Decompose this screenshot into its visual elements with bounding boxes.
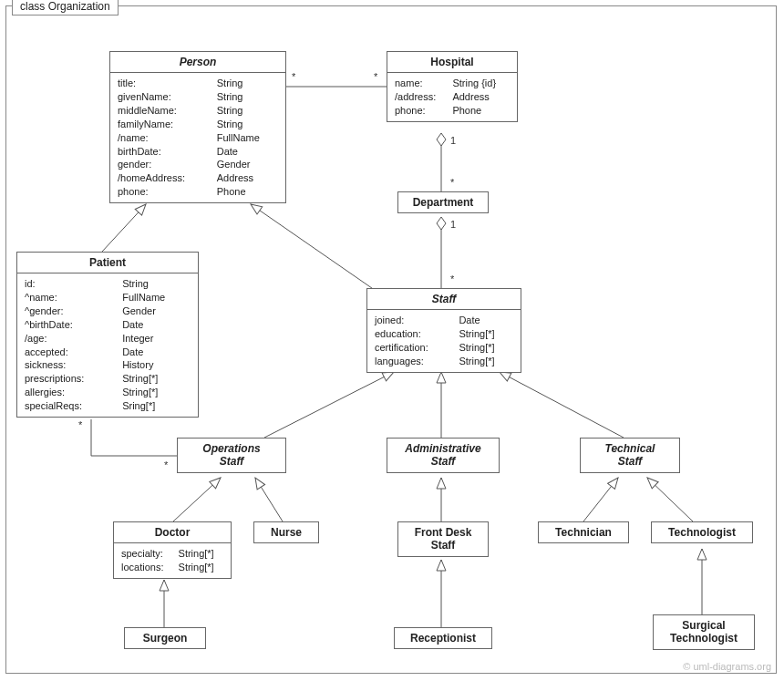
class-administrative-staff: Administrative Staff: [387, 438, 500, 473]
class-administrative-staff-name: Administrative Staff: [387, 439, 499, 472]
attribute-row: id:String: [23, 277, 192, 291]
attribute-row: languages:String[*]: [373, 355, 515, 368]
attribute-row: givenName:String: [116, 90, 280, 104]
class-surgical-technologist-name: Surgical Technologist: [654, 615, 754, 649]
mult-patient-ops-bottom: *: [164, 459, 168, 470]
mult-dept-staff-top: 1: [450, 219, 456, 230]
class-staff-name: Staff: [367, 289, 521, 310]
class-patient-attrs: id:String^name:FullName^gender:Gender^bi…: [23, 277, 192, 412]
attribute-row: locations:String[*]: [119, 561, 225, 574]
attribute-row: gender:Gender: [116, 158, 280, 171]
attribute-row: middleName:String: [116, 104, 280, 118]
class-nurse-name: Nurse: [254, 522, 318, 542]
class-hospital: Hospital name:String {id}/address:Addres…: [387, 51, 518, 122]
class-doctor: Doctor specialty:String[*]locations:Stri…: [113, 521, 232, 579]
attribute-row: ^gender:Gender: [23, 304, 192, 318]
mult-hosp-dept-bottom: *: [450, 177, 454, 188]
mult-hosp-dept-top: 1: [450, 135, 456, 146]
class-hospital-attrs: name:String {id}/address:Addressphone:Ph…: [393, 77, 511, 118]
attribute-row: joined:Date: [373, 314, 515, 327]
class-person: Person title:StringgivenName:Stringmiddl…: [109, 51, 286, 203]
class-department-name: Department: [398, 192, 488, 212]
class-doctor-name: Doctor: [114, 522, 231, 543]
attribute-row: birthDate:Date: [116, 145, 280, 159]
class-hospital-name: Hospital: [387, 52, 517, 73]
class-front-desk-staff: Front Desk Staff: [397, 521, 489, 557]
attribute-row: phone:Phone: [393, 104, 511, 118]
class-operations-staff: Operations Staff: [177, 438, 286, 473]
class-technologist: Technologist: [651, 521, 753, 543]
mult-dept-staff-bottom: *: [450, 273, 454, 284]
class-surgeon: Surgeon: [124, 627, 206, 649]
attribute-row: name:String {id}: [393, 77, 511, 90]
frame-title: class Organization: [12, 0, 119, 15]
class-patient-name: Patient: [17, 253, 198, 273]
class-technician: Technician: [538, 521, 629, 543]
diagram-canvas: class Organization: [0, 0, 784, 681]
class-surgeon-name: Surgeon: [125, 628, 205, 648]
attribute-row: certification:String[*]: [373, 341, 515, 355]
class-staff-attrs: joined:Dateeducation:String[*]certificat…: [373, 314, 515, 367]
class-patient: Patient id:String^name:FullName^gender:G…: [16, 252, 199, 418]
attribute-row: ^name:FullName: [23, 291, 192, 304]
attribute-row: specialReqs:Sring[*]: [23, 399, 192, 413]
class-operations-staff-name: Operations Staff: [178, 439, 285, 472]
attribute-row: ^birthDate:Date: [23, 318, 192, 332]
class-staff: Staff joined:Dateeducation:String[*]cert…: [366, 288, 521, 373]
attribute-row: /age:Integer: [23, 332, 192, 346]
attribute-row: familyName:String: [116, 118, 280, 131]
attribute-row: title:String: [116, 77, 280, 90]
attribute-row: /name:FullName: [116, 131, 280, 145]
class-person-attrs: title:StringgivenName:StringmiddleName:S…: [116, 77, 280, 199]
attribute-row: allergies:String[*]: [23, 386, 192, 399]
attribute-row: specialty:String[*]: [119, 547, 225, 561]
class-technical-staff: Technical Staff: [580, 438, 680, 473]
class-surgical-technologist: Surgical Technologist: [653, 614, 755, 650]
attribute-row: /homeAddress:Address: [116, 171, 280, 185]
attribute-row: phone:Phone: [116, 185, 280, 199]
class-department: Department: [397, 191, 489, 213]
class-nurse: Nurse: [253, 521, 319, 543]
attribute-row: prescriptions:String[*]: [23, 372, 192, 386]
class-technologist-name: Technologist: [652, 522, 752, 542]
attribute-row: accepted:Date: [23, 346, 192, 359]
attribute-row: education:String[*]: [373, 327, 515, 341]
mult-patient-ops-top: *: [78, 419, 82, 430]
class-person-name: Person: [110, 52, 285, 73]
class-receptionist-name: Receptionist: [395, 628, 491, 648]
mult-person-hospital-right: *: [374, 71, 377, 82]
class-doctor-attrs: specialty:String[*]locations:String[*]: [119, 547, 225, 574]
watermark: © uml-diagrams.org: [683, 661, 771, 672]
class-front-desk-staff-name: Front Desk Staff: [398, 522, 488, 556]
class-receptionist: Receptionist: [394, 627, 492, 649]
mult-person-hospital-left: *: [292, 71, 295, 82]
attribute-row: sickness:History: [23, 358, 192, 372]
attribute-row: /address:Address: [393, 90, 511, 104]
class-technician-name: Technician: [539, 522, 628, 542]
class-technical-staff-name: Technical Staff: [581, 439, 679, 472]
